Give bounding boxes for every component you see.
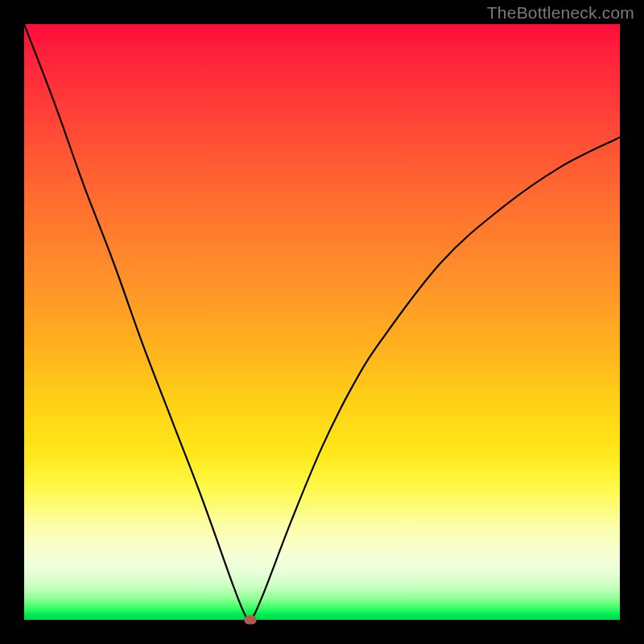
plot-area [24, 24, 620, 620]
bottleneck-curve-path [24, 24, 620, 620]
curve-svg [24, 24, 620, 620]
chart-frame: TheBottleneck.com [0, 0, 644, 644]
minimum-marker [245, 616, 257, 625]
watermark-text: TheBottleneck.com [487, 3, 634, 23]
